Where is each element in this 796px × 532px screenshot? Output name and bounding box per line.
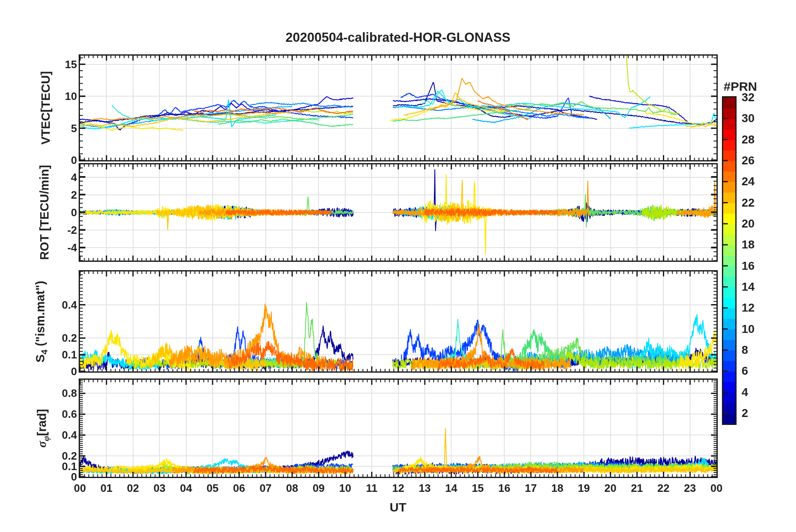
y-tick-label: 0.8 [62, 387, 77, 400]
x-tick-label: 19 [578, 482, 590, 495]
x-tick-label: 23 [684, 482, 696, 495]
colorbar-tick-label: 20 [742, 217, 755, 230]
y-tick-label: 10 [65, 90, 77, 103]
y-tick-label: 2 [71, 188, 77, 201]
x-tick-label: 03 [154, 482, 166, 495]
x-tick-label: 11 [366, 482, 377, 495]
y-tick-label: 4 [71, 171, 77, 184]
colorbar-tick-label: 30 [742, 112, 755, 125]
y-tick-label: 5 [71, 122, 77, 135]
x-tick-label: 16 [498, 482, 511, 495]
y-tick-label: 0.2 [62, 332, 77, 345]
colorbar-tick-label: 26 [742, 154, 755, 167]
colorbar-tick-label: 16 [742, 259, 755, 273]
y-tick-label: 0.2 [62, 450, 77, 463]
y-tick-label: 0 [71, 365, 77, 378]
y-tick-label: 0.4 [62, 429, 77, 442]
vtec-axis-label: VTEC[TECU] [39, 71, 53, 145]
colorbar-tick-label: 12 [742, 301, 755, 315]
x-tick-label: 01 [100, 482, 113, 495]
colorbar-tick-label: 14 [742, 280, 755, 294]
x-tick-label: 15 [472, 482, 484, 495]
x-tick-label: 21 [631, 482, 643, 495]
y-tick-label: 0.1 [62, 348, 77, 361]
colorbar-tick-label: 4 [742, 386, 748, 399]
x-tick-label: 12 [392, 482, 404, 495]
chart-title: 20200504-calibrated-HOR-GLONASS [285, 30, 511, 45]
x-tick-label: 00 [74, 482, 86, 495]
x-tick-label: 06 [233, 482, 245, 495]
x-axis-label: UT [390, 500, 406, 514]
x-tick-label: 05 [206, 482, 218, 495]
y-tick-label: 0.4 [62, 298, 77, 311]
colorbar-tick-label: 22 [742, 196, 755, 210]
colorbar-tick-label: 32 [742, 91, 755, 104]
chart-canvas [0, 0, 796, 532]
y-tick-label: 0 [71, 206, 77, 219]
sigma-phi-axis-label: σφ[rad] [35, 409, 51, 448]
x-tick-label: 14 [445, 482, 457, 495]
y-tick-label: 15 [65, 58, 77, 71]
colorbar-tick-label: 28 [742, 133, 755, 146]
x-tick-label: 20 [604, 482, 616, 495]
x-tick-label: 17 [525, 482, 537, 495]
rot-axis-label: ROT [TECU/min] [38, 165, 51, 260]
y-tick-label: 0 [71, 154, 77, 167]
x-tick-label: 13 [419, 482, 431, 495]
x-tick-label: 22 [657, 482, 670, 495]
colorbar-tick-label: 6 [742, 364, 748, 378]
colorbar-tick-label: 24 [742, 175, 755, 188]
x-tick-label: 00 [711, 482, 723, 495]
x-tick-label: 02 [127, 482, 139, 495]
x-tick-label: 04 [180, 482, 192, 495]
figure: 20200504-calibrated-HOR-GLONASS VTEC[TEC… [0, 0, 796, 532]
y-tick-label: 0.6 [62, 408, 77, 421]
y-tick-label: -2 [67, 224, 77, 237]
colorbar-tick-label: 2 [742, 407, 748, 420]
x-tick-label: 08 [286, 482, 298, 495]
s4-axis-label: S4 ("ism.mat") [33, 281, 49, 363]
x-tick-label: 07 [259, 482, 272, 495]
colorbar-tick-label: 8 [742, 343, 748, 357]
x-tick-label: 10 [339, 482, 351, 495]
x-tick-label: 09 [313, 482, 325, 495]
x-tick-label: 18 [551, 482, 563, 495]
colorbar-tick-label: 18 [742, 238, 755, 251]
y-tick-label: -4 [67, 241, 77, 254]
colorbar-tick-label: 10 [742, 322, 755, 336]
